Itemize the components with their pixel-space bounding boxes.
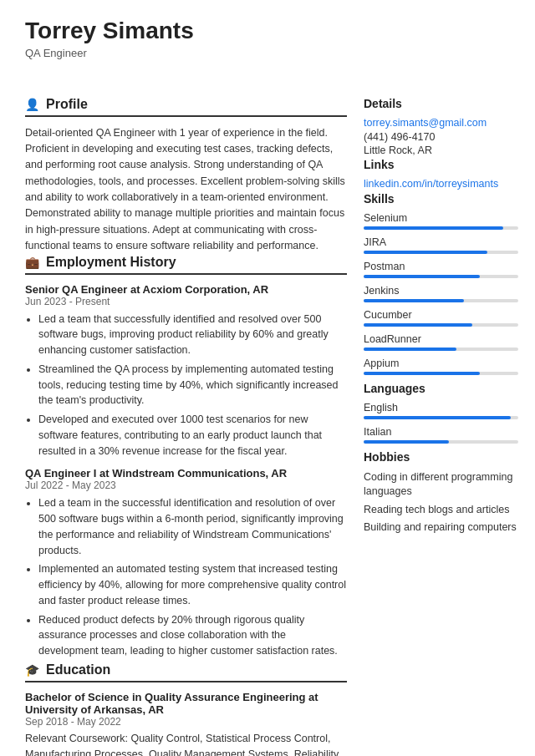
- skill-bar-fill: [364, 372, 480, 375]
- phone: (441) 496-4170: [364, 131, 518, 143]
- language-item: Italian: [364, 426, 518, 444]
- skill-name: Jenkins: [364, 285, 518, 297]
- profile-heading: 👤 Profile: [25, 97, 347, 117]
- details-section: Details torrey.simants@gmail.com (441) 4…: [364, 97, 518, 156]
- employment-section: 💼 Employment History Senior QA Engineer …: [25, 255, 347, 659]
- skill-bar-fill: [364, 348, 456, 351]
- education-section: 🎓 Education Bachelor of Science in Quali…: [25, 662, 347, 756]
- job-bullets: Led a team that successfully identified …: [25, 312, 347, 459]
- job-entry: QA Engineer I at Windstream Communicatio…: [25, 467, 347, 659]
- edu-date: Sep 2018 - May 2022: [25, 716, 347, 728]
- hobby-item: Coding in different programming language…: [364, 470, 518, 500]
- job-bullets: Led a team in the successful identificat…: [25, 495, 347, 659]
- hobbies-section: Hobbies Coding in different programming …: [364, 450, 518, 535]
- skill-bar-bg: [364, 348, 518, 351]
- left-column: 👤 Profile Detail-oriented QA Engineer wi…: [25, 97, 347, 756]
- job-date: Jun 2023 - Present: [25, 296, 347, 307]
- job-bullet: Reduced product defects by 20% through r…: [38, 612, 347, 659]
- skill-bar-fill: [364, 251, 487, 254]
- language-bar-bg: [364, 416, 518, 419]
- edu-title: Bachelor of Science in Quality Assurance…: [25, 691, 347, 716]
- job-title: Senior QA Engineer at Acxiom Corporation…: [25, 283, 347, 296]
- hobbies-list: Coding in different programming language…: [364, 470, 518, 535]
- language-bar-fill: [364, 440, 449, 444]
- link-item[interactable]: linkedin.com/in/torreysimants: [364, 178, 518, 190]
- language-bar-fill: [364, 416, 511, 419]
- skill-item: JIRA: [364, 236, 518, 254]
- skill-bar-fill: [364, 323, 472, 327]
- language-name: Italian: [364, 426, 518, 438]
- candidate-name: Torrey Simants: [25, 17, 518, 45]
- job-bullet: Streamlined the QA process by implementi…: [38, 362, 347, 408]
- languages-list: EnglishItalian: [364, 402, 518, 444]
- right-column: Details torrey.simants@gmail.com (441) 4…: [364, 97, 518, 756]
- skill-item: LoadRunner: [364, 333, 518, 351]
- links-heading: Links: [364, 158, 518, 171]
- job-entry: Senior QA Engineer at Acxiom Corporation…: [25, 283, 347, 459]
- job-bullet: Developed and executed over 1000 test sc…: [38, 412, 347, 459]
- links-list: linkedin.com/in/torreysimants: [364, 178, 518, 190]
- skill-name: Cucumber: [364, 309, 518, 321]
- employment-jobs: Senior QA Engineer at Acxiom Corporation…: [25, 283, 347, 659]
- skill-item: Selenium: [364, 212, 518, 230]
- email-link[interactable]: torrey.simants@gmail.com: [364, 117, 518, 129]
- skill-bar-fill: [364, 299, 464, 302]
- job-bullet: Led a team in the successful identificat…: [38, 495, 347, 558]
- skill-name: Postman: [364, 261, 518, 272]
- hobbies-heading: Hobbies: [364, 450, 518, 464]
- skill-bar-bg: [364, 251, 518, 254]
- edu-text: Relevant Coursework: Quality Control, St…: [25, 731, 347, 756]
- language-bar-bg: [364, 440, 518, 444]
- skill-item: Postman: [364, 261, 518, 278]
- skill-name: Selenium: [364, 212, 518, 224]
- details-heading: Details: [364, 97, 518, 110]
- employment-heading: 💼 Employment History: [25, 255, 347, 275]
- profile-icon: 👤: [25, 98, 39, 111]
- hobby-item: Reading tech blogs and articles: [364, 503, 518, 518]
- skill-name: LoadRunner: [364, 333, 518, 345]
- language-name: English: [364, 402, 518, 414]
- skill-item: Appium: [364, 358, 518, 375]
- languages-heading: Languages: [364, 382, 518, 395]
- job-date: Jul 2022 - May 2023: [25, 479, 347, 491]
- job-title: QA Engineer I at Windstream Communicatio…: [25, 467, 347, 479]
- language-item: English: [364, 402, 518, 419]
- skill-bar-fill: [364, 226, 503, 230]
- edu-entry: Bachelor of Science in Quality Assurance…: [25, 691, 347, 756]
- skill-bar-bg: [364, 226, 518, 230]
- links-section: Links linkedin.com/in/torreysimants: [364, 158, 518, 190]
- hobby-item: Building and repairing computers: [364, 520, 518, 535]
- header: Torrey Simants QA Engineer: [0, 0, 535, 72]
- languages-section: Languages EnglishItalian: [364, 382, 518, 444]
- skill-item: Cucumber: [364, 309, 518, 327]
- education-heading: 🎓 Education: [25, 662, 347, 682]
- skills-section: Skills SeleniumJIRAPostmanJenkinsCucumbe…: [364, 192, 518, 375]
- skill-bar-bg: [364, 299, 518, 302]
- employment-icon: 💼: [25, 256, 39, 269]
- job-bullet: Implemented an automated testing system …: [38, 561, 347, 608]
- job-bullet: Led a team that successfully identified …: [38, 312, 347, 358]
- skill-name: JIRA: [364, 236, 518, 248]
- profile-section: 👤 Profile Detail-oriented QA Engineer wi…: [25, 97, 347, 255]
- skill-item: Jenkins: [364, 285, 518, 302]
- skill-name: Appium: [364, 358, 518, 369]
- skills-list: SeleniumJIRAPostmanJenkinsCucumberLoadRu…: [364, 212, 518, 375]
- skill-bar-bg: [364, 372, 518, 375]
- skill-bar-fill: [364, 275, 480, 278]
- skill-bar-bg: [364, 275, 518, 278]
- skill-bar-bg: [364, 323, 518, 327]
- education-icon: 🎓: [25, 663, 39, 677]
- resume-body: 👤 Profile Detail-oriented QA Engineer wi…: [0, 72, 535, 756]
- education-entries: Bachelor of Science in Quality Assurance…: [25, 691, 347, 756]
- profile-text: Detail-oriented QA Engineer with 1 year …: [25, 125, 347, 255]
- skills-heading: Skills: [364, 192, 518, 205]
- candidate-title: QA Engineer: [25, 47, 518, 59]
- location: Little Rock, AR: [364, 145, 518, 156]
